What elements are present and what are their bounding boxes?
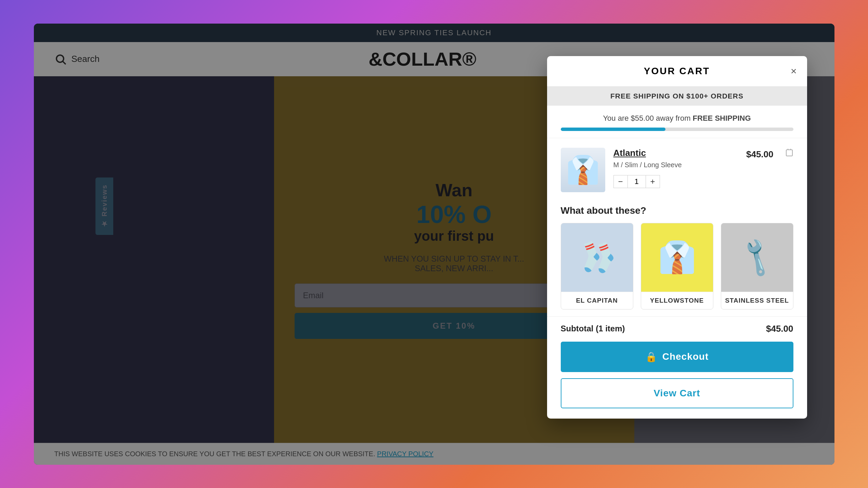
upsell-image-file: 🔧 [721,223,793,292]
upsell-title: What about these? [561,205,793,216]
item-price: $45.00 [746,148,774,160]
upsell-items-list: 🧦 EL CAPITAN 👔 YELLOWSTONE 🔧 STAIN [561,223,793,309]
quantity-display: 1 [628,175,646,188]
item-name[interactable]: Atlantic [613,148,738,158]
cart-close-button[interactable]: × [791,66,797,76]
upsell-label-tie: YELLOWSTONE [641,292,713,309]
shirt-visual: 👔 [561,148,605,192]
quantity-decrease-button[interactable]: − [613,175,628,188]
shipping-progress-highlight: FREE SHIPPING [693,114,751,122]
shipping-progress-text: You are $55.00 away from FREE SHIPPING [561,114,793,123]
item-details: Atlantic M / Slim / Long Sleeve − 1 + [613,148,738,188]
file-icon: 🔧 [734,235,780,280]
item-quantity-control: − 1 + [613,175,738,188]
item-image: 👔 [561,148,605,192]
svg-rect-2 [786,150,792,156]
browser-window: NEW SPRING TIES LAUNCH Search &COLLAR® ★… [34,24,834,465]
view-cart-button[interactable]: View Cart [561,378,793,408]
progress-bar-fill [561,128,665,131]
checkout-label: Checkout [662,351,709,362]
upsell-item-socks[interactable]: 🧦 EL CAPITAN [561,223,633,309]
cart-item: 👔 Atlantic M / Slim / Long Sleeve − 1 + … [547,138,807,202]
shipping-progress-section: You are $55.00 away from FREE SHIPPING [547,106,807,134]
quantity-increase-button[interactable]: + [646,175,660,188]
subtotal-label: Subtotal (1 item) [561,324,625,333]
upsell-image-tie: 👔 [641,223,713,292]
cart-title: YOUR CART [644,66,710,77]
subtotal-row: Subtotal (1 item) $45.00 [561,324,793,334]
upsell-section: What about these? 🧦 EL CAPITAN 👔 YELLOWS… [547,202,807,316]
upsell-label-socks: EL CAPITAN [561,292,633,309]
upsell-image-socks: 🧦 [561,223,633,292]
upsell-item-tie[interactable]: 👔 YELLOWSTONE [641,223,713,309]
checkout-lock-icon: 🔒 [645,351,658,362]
cart-footer: Subtotal (1 item) $45.00 🔒 Checkout View… [547,316,807,419]
upsell-item-file[interactable]: 🔧 STAINLESS STEEL [721,223,793,309]
subtotal-amount: $45.00 [766,324,793,334]
socks-icon: 🧦 [573,234,621,281]
tie-icon: 👔 [658,239,696,275]
cart-panel: YOUR CART × FREE SHIPPING ON $100+ ORDER… [547,56,807,419]
item-delete-button[interactable] [782,148,793,160]
item-variant: M / Slim / Long Sleeve [613,161,738,169]
shipping-progress-label: You are $55.00 away from [603,114,690,122]
upsell-label-file: STAINLESS STEEL [721,292,793,309]
cart-header: YOUR CART × [547,56,807,87]
shirt-image-icon: 👔 [566,154,600,186]
free-shipping-banner: FREE SHIPPING ON $100+ ORDERS [547,87,807,106]
checkout-button[interactable]: 🔒 Checkout [561,342,793,372]
progress-bar-background [561,128,793,131]
trash-icon [785,148,793,157]
